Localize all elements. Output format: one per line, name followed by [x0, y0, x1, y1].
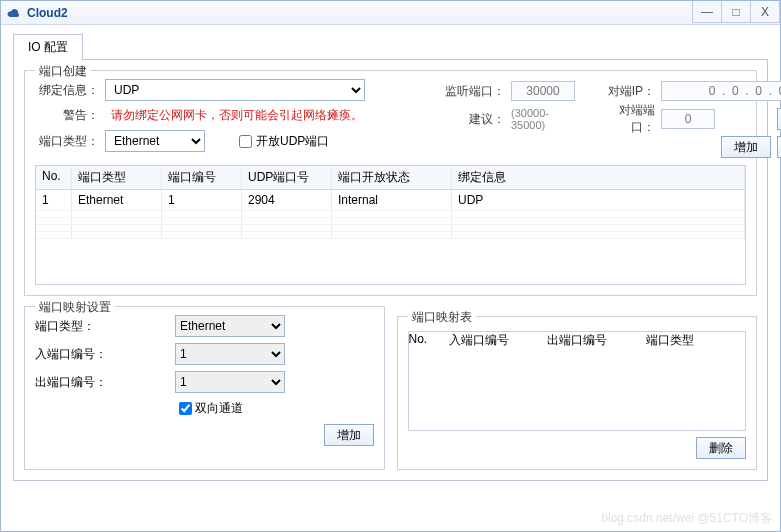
map-in-select[interactable]: 1 [175, 343, 285, 365]
hint-label: 建议： [445, 111, 505, 128]
minimize-button[interactable]: — [692, 1, 722, 23]
cell-num: 1 [162, 190, 242, 210]
titlebar: Cloud2 — □ X [1, 1, 780, 25]
bind-info-label: 绑定信息： [35, 82, 99, 99]
open-udp-checkbox[interactable] [239, 135, 252, 148]
listen-port-label: 监听端口： [445, 83, 505, 100]
add-button[interactable]: 增加 [721, 136, 771, 158]
mth-out: 出端口编号 [547, 332, 646, 349]
window-controls: — □ X [693, 1, 780, 23]
th-udp: UDP端口号 [242, 166, 332, 189]
peer-port-label: 对端端口： [599, 102, 655, 136]
modify-button[interactable]: 修改 [777, 108, 781, 130]
bind-info-select[interactable]: UDP [105, 79, 365, 101]
warn-text: 请勿绑定公网网卡，否则可能会引起网络瘫痪。 [111, 107, 363, 124]
peer-ip-label: 对端IP： [599, 83, 655, 100]
table-row[interactable]: 1 Ethernet 1 2904 Internal UDP [36, 190, 745, 211]
bidir-label: 双向通道 [195, 400, 243, 417]
th-num: 端口编号 [162, 166, 242, 189]
cell-open: Internal [332, 190, 452, 210]
peer-port-input[interactable] [661, 109, 715, 129]
port-map-table-group: 端口映射表 No. 入端口编号 出端口编号 端口类型 删除 [397, 316, 758, 470]
watermark: blog.csdn.net/wei @51CTO博客 [601, 510, 772, 527]
cell-no: 1 [36, 190, 72, 210]
map-delete-button[interactable]: 删除 [696, 437, 746, 459]
open-udp-label: 开放UDP端口 [256, 133, 329, 150]
map-table[interactable]: No. 入端口编号 出端口编号 端口类型 [408, 331, 747, 431]
warn-label: 警告： [35, 107, 99, 124]
map-settings-legend: 端口映射设置 [35, 299, 115, 316]
map-out-select[interactable]: 1 [175, 371, 285, 393]
th-no: No. [36, 166, 72, 189]
port-type-label: 端口类型： [35, 133, 99, 150]
delete-button[interactable]: 删除 [777, 136, 781, 158]
th-bind: 绑定信息 [452, 166, 745, 189]
map-table-header: No. 入端口编号 出端口编号 端口类型 [409, 332, 746, 349]
tab-io-config[interactable]: IO 配置 [13, 34, 83, 60]
hint-text: (30000-35000) [511, 107, 575, 131]
mth-in: 入端口编号 [449, 332, 548, 349]
client-area: IO 配置 端口创建 绑定信息： UDP 警告： 请勿绑定公网网卡，否则可能会引… [1, 25, 780, 489]
tab-panel: 端口创建 绑定信息： UDP 警告： 请勿绑定公网网卡，否则可能会引起网络瘫痪。… [13, 59, 768, 481]
port-table[interactable]: No. 端口类型 端口编号 UDP端口号 端口开放状态 绑定信息 1 Ether… [35, 165, 746, 285]
th-type: 端口类型 [72, 166, 162, 189]
listen-port-input[interactable] [511, 81, 575, 101]
th-open: 端口开放状态 [332, 166, 452, 189]
map-type-select[interactable]: Ethernet [175, 315, 285, 337]
window: Cloud2 — □ X IO 配置 端口创建 绑定信息： UDP 警告： [0, 0, 781, 532]
mth-no: No. [409, 332, 449, 349]
port-type-select[interactable]: Ethernet [105, 130, 205, 152]
port-create-group: 端口创建 绑定信息： UDP 警告： 请勿绑定公网网卡，否则可能会引起网络瘫痪。… [24, 70, 757, 296]
mth-type: 端口类型 [646, 332, 745, 349]
map-type-label: 端口类型： [35, 318, 115, 335]
close-button[interactable]: X [750, 1, 780, 23]
cell-bind: UDP [452, 190, 745, 210]
map-add-button[interactable]: 增加 [324, 424, 374, 446]
app-icon [7, 6, 21, 20]
port-map-settings: 端口映射设置 端口类型： Ethernet 入端口编号： 1 出端口编号： 1 [24, 306, 385, 470]
map-out-label: 出端口编号： [35, 374, 115, 391]
cell-type: Ethernet [72, 190, 162, 210]
map-in-label: 入端口编号： [35, 346, 115, 363]
window-title: Cloud2 [27, 6, 68, 20]
map-table-legend: 端口映射表 [408, 309, 476, 326]
maximize-button[interactable]: □ [721, 1, 751, 23]
port-table-header: No. 端口类型 端口编号 UDP端口号 端口开放状态 绑定信息 [36, 166, 745, 190]
port-create-legend: 端口创建 [35, 63, 91, 80]
cell-udp: 2904 [242, 190, 332, 210]
bidir-checkbox[interactable] [179, 402, 192, 415]
peer-ip-input[interactable] [661, 81, 781, 101]
